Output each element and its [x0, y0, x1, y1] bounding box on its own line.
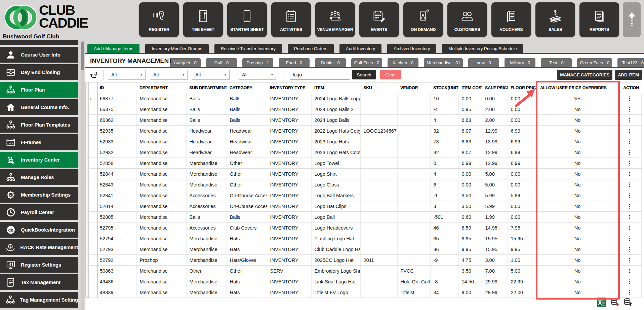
nav-starter-sheet-button[interactable]: STARTER SHEET [227, 2, 267, 37]
manage-categories-button[interactable]: MANAGE CATEGORIES [557, 70, 612, 80]
cell-vendor [397, 169, 430, 179]
sidebar-item-manage-roles[interactable]: Manage Roles [0, 169, 78, 185]
kebab-menu-icon[interactable]: ⋮ [627, 193, 632, 198]
column-header-allow-user-price-overrides[interactable]: ALLOW USER PRICE OVERRIDES [537, 82, 618, 93]
nav-activities-button[interactable]: ACTIVITIES [271, 2, 311, 37]
coins-export-up-icon[interactable] [623, 298, 633, 307]
nav-venue-manager-button[interactable]: VENUE MANAGER [315, 2, 355, 37]
kebab-menu-icon[interactable]: ⋮ [627, 257, 632, 263]
kebab-menu-icon[interactable]: ⋮ [627, 128, 632, 134]
column-header-inventory-type[interactable]: INVENTORY TYPE [267, 82, 311, 93]
kebab-menu-icon[interactable]: ⋮ [627, 171, 632, 177]
category-pill-test-0[interactable]: Test - 0 [541, 58, 572, 67]
nav-register-button[interactable]: REGISTER [139, 2, 179, 37]
kebab-menu-icon[interactable]: ⋮ [627, 149, 632, 155]
sidebar-item-tax-management[interactable]: TAXTax Management [0, 274, 78, 290]
search-button[interactable]: Search [352, 70, 376, 79]
kebab-menu-icon[interactable]: ⋮ [627, 279, 632, 284]
sidebar-item-quickbooksintegration[interactable]: qbQuickBooksIntegration [0, 222, 78, 238]
kebab-menu-icon[interactable]: ⋮ [627, 214, 632, 220]
kebab-menu-icon[interactable]: ⋮ [627, 246, 632, 252]
sidebar-scrollbar[interactable] [81, 40, 84, 310]
sidebar-item-inventory-center[interactable]: Inventory Center [0, 152, 78, 168]
kebab-menu-icon[interactable]: ⋮ [627, 268, 632, 274]
column-header-department[interactable]: DEPARTMENT [136, 82, 186, 93]
category-pill-test123-0[interactable]: Test123 - 0 [617, 58, 644, 67]
column-header-sale-price[interactable]: SALE PRICE [482, 82, 508, 93]
nav-tee-sheet-button[interactable]: TEE SHEET [183, 2, 223, 37]
search-input[interactable] [290, 70, 350, 80]
nav-sales-button[interactable]: SALES [535, 2, 575, 37]
cell-sub-department: Headwear [186, 136, 227, 147]
kebab-menu-icon[interactable]: ⋮ [627, 289, 632, 295]
coins-export-down-icon[interactable] [610, 298, 619, 307]
sidebar-item-partial[interactable] [0, 40, 78, 45]
sidebar-item-i-frames[interactable]: </>I-Frames [0, 134, 78, 150]
clear-button[interactable]: Clear [380, 70, 401, 79]
tab-multiple-inventory-pricing-schedule[interactable]: Multiple Inventory Pricing Schedule [442, 44, 523, 53]
kebab-menu-icon[interactable]: ⋮ [627, 139, 632, 144]
sidebar-item-course-user-info[interactable]: Course User Info [0, 47, 78, 63]
category-pill-golf-0[interactable]: Golf - 0 [206, 58, 237, 67]
kebab-menu-icon[interactable]: ⋮ [627, 236, 632, 241]
sidebar-item-membership-settings[interactable]: Membership Settings [0, 187, 78, 203]
kebab-menu-icon[interactable]: ⋮ [627, 203, 632, 209]
nav-on-demand-button[interactable]: ON DEMAND [403, 2, 443, 37]
sidebar-item-day-end-closing[interactable]: Day End Closing [0, 64, 78, 80]
kebab-menu-icon[interactable]: ⋮ [627, 160, 632, 166]
category-pill-new-0[interactable]: new - 0 [468, 58, 499, 67]
sidebar-item-floor-plan-templates[interactable]: Floor Plan Templates [0, 117, 78, 133]
filter-dropdown-3[interactable]: All▼ [192, 70, 230, 80]
column-header-sub-department[interactable]: SUB DEPARTMENT [186, 82, 227, 93]
column-header-vendor[interactable]: VENDOR [397, 82, 430, 93]
kebab-menu-icon[interactable]: ⋮ [627, 117, 632, 123]
scroll-top-button[interactable] [623, 2, 641, 37]
category-pill-kitchen-0[interactable]: Kitchen - 0 [388, 58, 418, 67]
cell-category: Balls [227, 104, 267, 115]
tab-archived-inventory[interactable]: Archived Inventory [387, 44, 436, 53]
nav-events-button[interactable]: EVENTS [359, 2, 399, 37]
nav-reports-button[interactable]: REPORTS [579, 2, 619, 37]
kebab-menu-icon[interactable]: ⋮ [627, 225, 632, 231]
category-pill-green-fees-0[interactable]: Green Fees - 0 [577, 58, 612, 67]
filter-dropdown-1[interactable]: All▼ [108, 70, 146, 80]
column-header-category[interactable]: CATEGORY [227, 82, 267, 93]
nav-customers-button[interactable]: CUSTOMERS [447, 2, 487, 37]
category-pill-military-0[interactable]: Military - 0 [505, 58, 535, 67]
category-pill-drinks-0[interactable]: Drinks - 0 [315, 58, 346, 67]
tab-inventory-modifier-groups[interactable]: Inventory Modifier Groups [145, 44, 208, 53]
row-expander[interactable]: › [87, 93, 97, 104]
kebab-menu-icon[interactable]: ⋮ [627, 96, 632, 101]
column-header-floor-price[interactable]: FLOOR PRICE [508, 82, 537, 93]
refresh-loop-icon[interactable] [89, 70, 99, 79]
tab-receive-transfer-inventory[interactable]: Receive / Transfer Inventory [214, 44, 282, 53]
category-pill-food-0[interactable]: Food - 0 [279, 58, 310, 67]
sidebar-item-tag-management-setting[interactable]: Tag Management Setting [0, 292, 78, 308]
column-header-id[interactable]: ID [97, 82, 136, 93]
column-header-item[interactable]: ITEM [311, 82, 360, 93]
category-pill-golf-fees-0[interactable]: Golf Fees - 0 [351, 58, 382, 67]
tab-audit-inventory[interactable]: Audit Inventory [339, 44, 381, 53]
sidebar-item-floor-plan[interactable]: Floor Plan [0, 82, 78, 98]
column-header-action[interactable]: ACTION [618, 82, 641, 93]
excel-export-icon[interactable] [597, 298, 606, 307]
category-pill-merchandise-31[interactable]: Merchandise - 31 [424, 58, 463, 67]
tab-purchase-orders[interactable]: Purchase Orders [288, 44, 334, 53]
category-pill-proshop-1[interactable]: Proshop - 1 [242, 58, 273, 67]
column-header-item-cost[interactable]: ITEM COST [458, 82, 482, 93]
tab-add-manage-items[interactable]: Add / Manage Items [87, 44, 139, 53]
column-header-sku[interactable]: SKU [360, 82, 397, 93]
kebab-menu-icon[interactable]: ⋮ [627, 106, 632, 112]
nav-vouchers-button[interactable]: VOUCHERS [491, 2, 531, 37]
column-header-stock-unit[interactable]: STOCK(UNIT) [430, 82, 458, 93]
filter-dropdown-2[interactable]: All▼ [150, 70, 188, 80]
sidebar-item-register-settings[interactable]: Register Settings [0, 257, 78, 273]
sidebar-item-rack-rate-management[interactable]: $RACK Rate Management [0, 239, 78, 255]
sidebar-scrollbar-thumb[interactable] [81, 42, 84, 70]
add-item-button[interactable]: ADD ITEM [615, 70, 642, 80]
nav-button-label: CUSTOMERS [454, 27, 480, 32]
kebab-menu-icon[interactable]: ⋮ [627, 182, 632, 187]
sidebar-item-payroll-center[interactable]: Payroll Center [0, 204, 78, 220]
sidebar-item-general-course-info[interactable]: General Course Info. [0, 99, 78, 115]
filter-dropdown-4[interactable]: All▼ [239, 70, 276, 80]
